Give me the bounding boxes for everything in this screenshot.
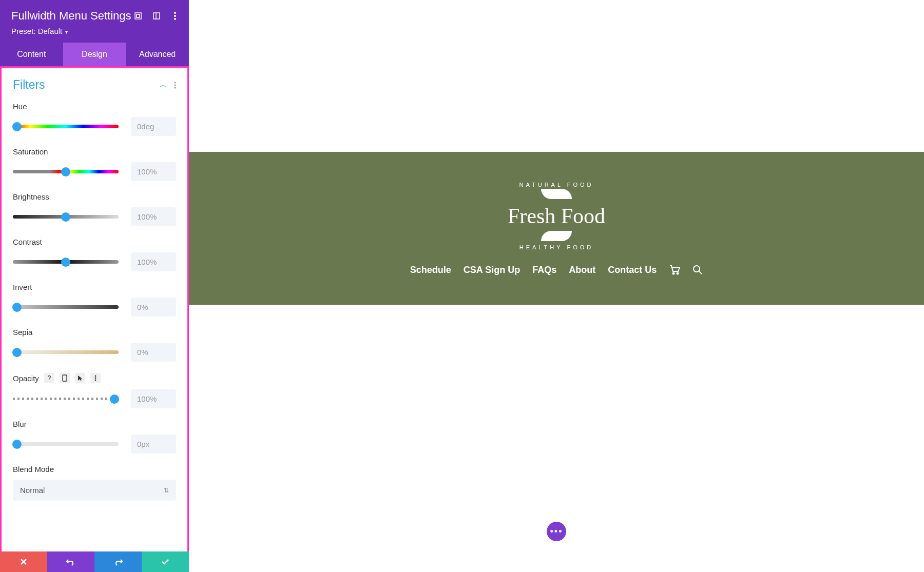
sepia-input[interactable] (131, 343, 176, 362)
blend-label: Blend Mode (13, 465, 54, 474)
preview-area: NATURAL FOOD Fresh Food HEALTHY FOOD Sch… (189, 0, 924, 572)
more-vertical-icon[interactable] (170, 11, 180, 21)
filter-brightness: Brightness (13, 192, 176, 226)
blur-input[interactable] (131, 435, 176, 453)
search-icon[interactable] (692, 265, 703, 275)
contrast-input[interactable] (131, 252, 176, 271)
tab-bar: Content Design Advanced (0, 43, 189, 66)
nav-about[interactable]: About (569, 265, 595, 275)
filter-sepia: Sepia (13, 328, 176, 362)
svg-point-4 (174, 12, 176, 14)
contrast-label: Contrast (13, 238, 42, 246)
svg-point-9 (174, 87, 176, 88)
filter-blur: Blur (13, 420, 176, 453)
expand-icon[interactable] (133, 11, 143, 21)
opacity-slider[interactable] (13, 395, 119, 404)
svg-rect-2 (153, 13, 160, 19)
hue-slider[interactable] (13, 122, 119, 131)
blur-slider[interactable] (13, 440, 119, 449)
redo-button[interactable] (94, 551, 142, 572)
leaf-icon (541, 231, 572, 241)
hover-icon[interactable] (75, 373, 85, 383)
brightness-slider[interactable] (13, 212, 119, 222)
leaf-icon (541, 189, 572, 199)
svg-rect-0 (135, 13, 141, 19)
svg-rect-10 (63, 375, 67, 381)
svg-point-6 (174, 18, 176, 20)
save-button[interactable] (142, 551, 189, 572)
svg-point-18 (694, 266, 700, 272)
brightness-label: Brightness (13, 192, 49, 201)
filter-hue: Hue (13, 102, 176, 136)
filter-opacity: Opacity ? (13, 373, 176, 408)
tab-design[interactable]: Design (63, 43, 126, 66)
filter-contrast: Contrast (13, 238, 176, 271)
svg-point-13 (94, 380, 96, 381)
saturation-label: Saturation (13, 147, 48, 156)
section-title: Filters (13, 78, 45, 92)
nav-contact[interactable]: Contact Us (608, 265, 657, 275)
nav-faqs[interactable]: FAQs (532, 265, 556, 275)
svg-point-5 (174, 15, 176, 17)
svg-point-11 (94, 376, 96, 377)
menu-band: NATURAL FOOD Fresh Food HEALTHY FOOD Sch… (189, 152, 924, 305)
svg-rect-1 (137, 14, 140, 17)
preset-value: Default (38, 27, 63, 35)
filter-saturation: Saturation (13, 147, 176, 181)
panel-header: Fullwidth Menu Settings Preset: Default … (0, 0, 189, 43)
tab-content[interactable]: Content (0, 43, 63, 66)
logo-top-text: NATURAL FOOD (508, 182, 605, 188)
svg-line-19 (699, 271, 702, 274)
footer-bar (0, 551, 189, 572)
saturation-slider[interactable] (13, 167, 119, 176)
brightness-input[interactable] (131, 207, 176, 226)
sepia-label: Sepia (13, 328, 32, 337)
svg-point-8 (174, 84, 176, 86)
svg-point-17 (677, 273, 679, 274)
responsive-icon[interactable] (60, 373, 70, 383)
fab-more-button[interactable]: ••• (547, 522, 566, 541)
collapse-icon[interactable]: ︿ (160, 81, 167, 90)
sepia-slider[interactable] (13, 348, 119, 357)
undo-button[interactable] (47, 551, 94, 572)
svg-point-7 (174, 82, 176, 83)
invert-input[interactable] (131, 298, 176, 317)
cart-icon[interactable] (669, 265, 680, 275)
blur-label: Blur (13, 420, 27, 428)
opacity-more-icon[interactable] (90, 373, 101, 383)
panel-toggle-icon[interactable] (152, 11, 161, 21)
blend-select[interactable]: Normal (13, 480, 176, 501)
hue-input[interactable] (131, 117, 176, 136)
filter-blend-mode: Blend Mode Normal ⇅ (13, 465, 176, 501)
invert-slider[interactable] (13, 303, 119, 312)
cancel-button[interactable] (0, 551, 47, 572)
contrast-slider[interactable] (13, 258, 119, 267)
nav-schedule[interactable]: Schedule (410, 265, 451, 275)
caret-down-icon: ▾ (65, 29, 68, 35)
preset-label: Preset: (11, 27, 36, 35)
nav-menu: Schedule CSA Sign Up FAQs About Contact … (410, 265, 703, 275)
section-more-icon[interactable] (174, 82, 176, 89)
opacity-label: Opacity (13, 374, 39, 383)
invert-label: Invert (13, 283, 32, 291)
panel-body: Filters ︿ Hue Saturation (0, 66, 189, 556)
saturation-input[interactable] (131, 162, 176, 181)
opacity-input[interactable] (131, 389, 176, 408)
svg-point-16 (673, 273, 675, 274)
settings-panel: Fullwidth Menu Settings Preset: Default … (0, 0, 189, 572)
logo-bottom-text: HEALTHY FOOD (508, 244, 605, 250)
logo-main-text: Fresh Food (508, 205, 605, 227)
logo: NATURAL FOOD Fresh Food HEALTHY FOOD (508, 182, 605, 250)
nav-csa-signup[interactable]: CSA Sign Up (464, 265, 520, 275)
svg-point-12 (94, 378, 96, 379)
help-icon[interactable]: ? (44, 373, 54, 383)
tab-advanced[interactable]: Advanced (126, 43, 189, 66)
preset-dropdown[interactable]: Preset: Default ▾ (11, 27, 178, 35)
filter-invert: Invert (13, 283, 176, 317)
hue-label: Hue (13, 102, 27, 111)
